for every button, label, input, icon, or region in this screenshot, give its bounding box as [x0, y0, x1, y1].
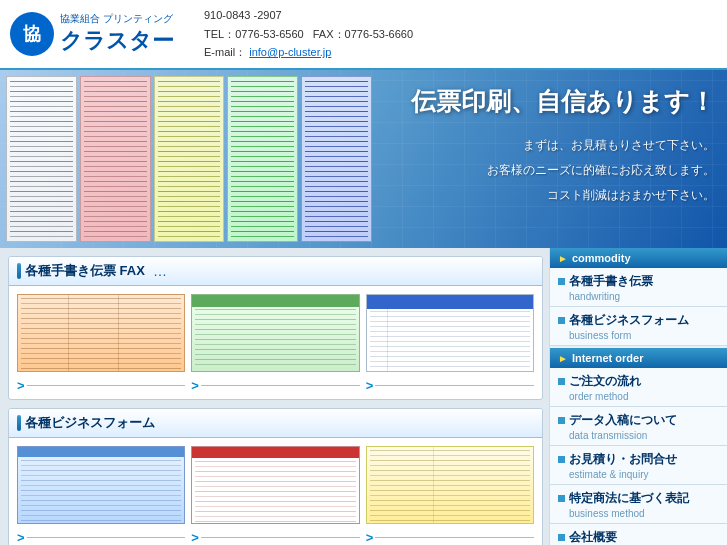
- hero-sub: まずは、お見積もりさせて下さい。 お客様のニーズに的確にお応え致します。 コスト…: [411, 133, 715, 209]
- bf-link-2-arrow: >: [191, 530, 199, 545]
- business-links: > > >: [9, 528, 542, 545]
- hero-text: 伝票印刷、自信あります！ まずは、お見積もりさせて下さい。 お客様のニーズに的確…: [411, 85, 715, 209]
- bf-img-2: [191, 446, 359, 524]
- handwriting-title: 各種手書き伝票 FAX: [25, 262, 145, 280]
- left-area: 各種手書き伝票 FAX …: [0, 248, 549, 545]
- sidebar-item-business-form-jp: 各種ビジネスフォーム: [558, 312, 719, 329]
- paper-3: [154, 76, 225, 242]
- sidebar-item-business-method-en: business method: [569, 508, 719, 519]
- bf-link-1-arrow: >: [17, 530, 25, 545]
- hero-papers: [0, 70, 378, 248]
- logo-main-text: クラスター: [60, 26, 174, 56]
- hero-line3: コスト削減はおまかせ下さい。: [411, 183, 715, 208]
- sidebar-commodity-header: ► commodity: [550, 248, 727, 268]
- sidebar-item-handwriting-icon: [558, 278, 565, 285]
- handwriting-header: 各種手書き伝票 FAX …: [9, 257, 542, 286]
- sidebar-item-handwriting-jp: 各種手書き伝票: [558, 273, 719, 290]
- commodity-arrow-icon: ►: [558, 253, 568, 264]
- hero-main-text: 伝票印刷、自信あります！: [411, 85, 715, 118]
- commodity-label: commodity: [572, 252, 631, 264]
- hw-img-3: [366, 294, 534, 372]
- right-sidebar: ► commodity 各種手書き伝票 handwriting 各種ビジネスフォ…: [549, 248, 727, 545]
- sidebar-item-business-method[interactable]: 特定商法に基づく表記 business method: [550, 485, 727, 524]
- sidebar-commodity-items: 各種手書き伝票 handwriting 各種ビジネスフォーム business …: [550, 268, 727, 346]
- logo-area: 協 協業組合 プリンティング クラスター: [10, 12, 174, 56]
- sidebar-item-estimate-icon: [558, 456, 565, 463]
- logo-icon: 協: [10, 12, 54, 56]
- paper-2: [80, 76, 151, 242]
- sidebar-item-order-method-icon: [558, 378, 565, 385]
- bf-img-3: [366, 446, 534, 524]
- sidebar-item-business-form-icon: [558, 317, 565, 324]
- contact-info: 910-0843 -2907 TEL：0776-53-6560 FAX：0776…: [204, 6, 413, 62]
- sidebar-item-business-method-icon: [558, 495, 565, 502]
- business-title: 各種ビジネスフォーム: [25, 414, 155, 432]
- sidebar-item-estimate-en: estimate & inquiry: [569, 469, 719, 480]
- logo-text-area: 協業組合 プリンティング クラスター: [60, 12, 174, 56]
- handwriting-images: [9, 286, 542, 376]
- email-label: E-mail：: [204, 46, 246, 58]
- hw-img-1: [17, 294, 185, 372]
- hw-img-2: [191, 294, 359, 372]
- sidebar-item-order-method[interactable]: ご注文の流れ order method: [550, 368, 727, 407]
- business-header: 各種ビジネスフォーム: [9, 409, 542, 438]
- paper-5: [301, 76, 372, 242]
- hero-line2: お客様のニーズに的確にお応え致します。: [411, 158, 715, 183]
- tel: TEL：0776-53-6560: [204, 28, 304, 40]
- sidebar-item-handwriting-en: handwriting: [569, 291, 719, 302]
- main-content: 各種手書き伝票 FAX …: [0, 248, 727, 545]
- hw-link-1-arrow: >: [17, 378, 25, 393]
- sidebar-item-company-icon: [558, 534, 565, 541]
- hw-link-3-arrow: >: [366, 378, 374, 393]
- sidebar-item-business-form[interactable]: 各種ビジネスフォーム business form: [550, 307, 727, 346]
- sidebar-item-estimate[interactable]: お見積り・お問合せ estimate & inquiry: [550, 446, 727, 485]
- email-link[interactable]: info@p-cluster.jp: [249, 46, 331, 58]
- phone-line: 910-0843 -2907: [204, 6, 413, 25]
- header: 協 協業組合 プリンティング クラスター 910-0843 -2907 TEL：…: [0, 0, 727, 70]
- business-header-bar: [17, 415, 21, 431]
- sidebar-item-business-form-en: business form: [569, 330, 719, 341]
- bf-link-1[interactable]: >: [17, 530, 185, 545]
- hw-link-2[interactable]: >: [191, 378, 359, 393]
- hw-link-3[interactable]: >: [366, 378, 534, 393]
- paper-4: [227, 76, 298, 242]
- sidebar-item-company[interactable]: 会社概要 company: [550, 524, 727, 545]
- logo-sub-text: 協業組合 プリンティング: [60, 12, 174, 26]
- internet-order-arrow-icon: ►: [558, 353, 568, 364]
- tel-fax-line: TEL：0776-53-6560 FAX：0776-53-6660: [204, 25, 413, 44]
- internet-order-label: Internet order: [572, 352, 644, 364]
- bf-link-2[interactable]: >: [191, 530, 359, 545]
- sidebar-item-data-transmission-icon: [558, 417, 565, 424]
- hw-link-2-arrow: >: [191, 378, 199, 393]
- handwriting-links: > > >: [9, 376, 542, 399]
- bf-link-3[interactable]: >: [366, 530, 534, 545]
- bf-img-1: [17, 446, 185, 524]
- handwriting-header-bar: [17, 263, 21, 279]
- fax: FAX：0776-53-6660: [313, 28, 413, 40]
- sidebar-item-data-transmission-en: data transmission: [569, 430, 719, 441]
- business-images: [9, 438, 542, 528]
- phone2: -2907: [254, 9, 282, 21]
- hero-line1: まずは、お見積もりさせて下さい。: [411, 133, 715, 158]
- handwriting-dots: …: [153, 263, 167, 279]
- paper-1: [6, 76, 77, 242]
- sidebar-item-data-transmission[interactable]: データ入稿について data transmission: [550, 407, 727, 446]
- business-section: 各種ビジネスフォーム >: [8, 408, 543, 545]
- sidebar-item-order-method-en: order method: [569, 391, 719, 402]
- handwriting-section: 各種手書き伝票 FAX …: [8, 256, 543, 400]
- bf-link-3-arrow: >: [366, 530, 374, 545]
- sidebar-internet-items: ご注文の流れ order method データ入稿について data trans…: [550, 368, 727, 545]
- sidebar-item-handwriting[interactable]: 各種手書き伝票 handwriting: [550, 268, 727, 307]
- sidebar-internet-header: ► Internet order: [550, 348, 727, 368]
- hw-link-1[interactable]: >: [17, 378, 185, 393]
- phone1: 910-0843: [204, 9, 251, 21]
- hero-banner: 伝票印刷、自信あります！ まずは、お見積もりさせて下さい。 お客様のニーズに的確…: [0, 70, 727, 248]
- email-line: E-mail： info@p-cluster.jp: [204, 43, 413, 62]
